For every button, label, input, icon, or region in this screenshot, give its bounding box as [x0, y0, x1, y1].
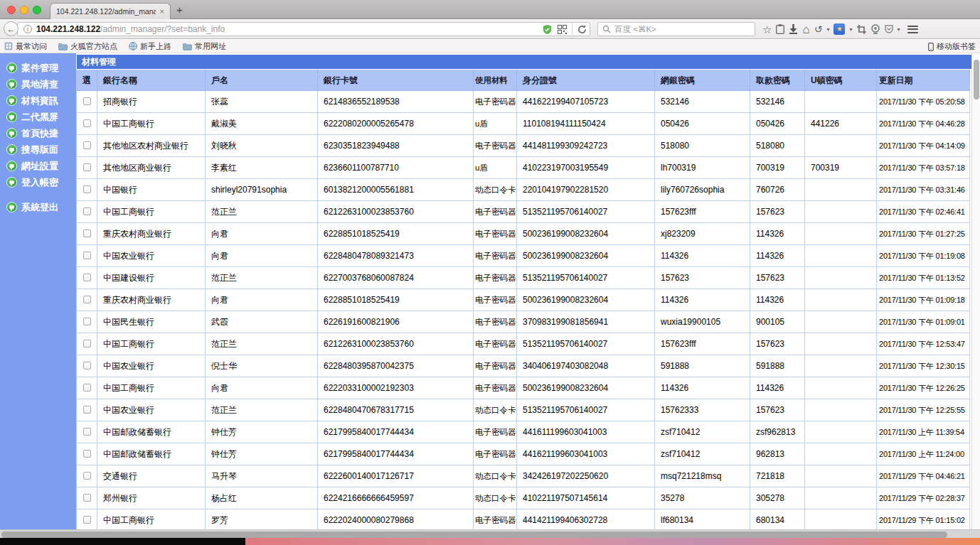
cell-bank: 中国农业银行 [97, 399, 206, 421]
row-checkbox[interactable] [83, 472, 91, 480]
bookmark-item[interactable]: 新手上路 [129, 41, 171, 52]
cell-card: 6222080200005265478 [318, 113, 474, 135]
new-tab-button[interactable]: + [176, 4, 183, 16]
row-checkbox[interactable] [83, 494, 91, 502]
mobile-bookmarks-item[interactable]: 移动版书签 [928, 40, 976, 53]
cell-card: 6217995840017744434 [318, 443, 474, 465]
proxy-extension-icon[interactable] [558, 25, 567, 34]
checkbox-cell [76, 355, 97, 377]
sidebar-item-7[interactable]: 網址設置 [0, 158, 76, 174]
bookmark-item[interactable]: 火狐官方站点 [58, 41, 117, 52]
sync-history-caret-icon[interactable]: ▾ [826, 26, 829, 33]
reading-list-icon[interactable] [776, 24, 784, 34]
pocket-icon[interactable] [885, 25, 893, 33]
shield-extension-icon[interactable] [542, 24, 553, 35]
cell-card: 6228851018525419 [318, 223, 474, 245]
cell-updated: 2017/11/30 下午 01:27:25 [877, 223, 970, 245]
row-checkbox[interactable] [83, 516, 91, 524]
cell-bank: 中国工商银行 [97, 509, 206, 531]
screenshot-crop-icon[interactable] [857, 25, 866, 34]
cell-updated: 2017/11/29 下午 02:28:37 [877, 487, 970, 509]
checkbox-cell [76, 399, 97, 421]
row-checkbox[interactable] [83, 141, 91, 149]
table-row: 中国邮政储蓄银行钟仕芳6217995840017744434电子密码器44162… [76, 443, 971, 465]
tab-close-icon[interactable]: × [160, 7, 164, 16]
overflow-caret-icon[interactable]: ▾ [898, 26, 900, 33]
window-close-button[interactable] [7, 6, 16, 14]
home-icon[interactable]: ⌂ [802, 23, 809, 36]
row-checkbox[interactable] [83, 163, 91, 171]
cell-holder: 范正兰 [206, 201, 318, 223]
sidebar-item-5[interactable]: 首頁快捷 [0, 125, 76, 141]
bookmark-star-icon[interactable]: ☆ [762, 24, 772, 35]
sidebar-item-2[interactable]: 異地清查 [0, 76, 76, 92]
row-checkbox[interactable] [83, 119, 91, 127]
cell-bank: 中国工商银行 [97, 201, 206, 223]
sidebar-item-8[interactable]: 登入帳密 [0, 174, 76, 190]
row-checkbox[interactable] [83, 274, 91, 281]
checkbox-cell [76, 509, 97, 531]
sidebar-logout[interactable]: 系統登出 [0, 199, 76, 215]
cell-card: 6224216666666459597 [318, 487, 474, 509]
cell-id_no: 500236199008232604 [517, 223, 655, 245]
cell-net_pw: 15762333 [655, 399, 750, 421]
cell-net_pw: wuxia19900105 [655, 311, 750, 333]
downloads-icon[interactable] [789, 24, 798, 34]
row-checkbox[interactable] [83, 384, 91, 392]
browser-window: 104.221.248.122/admin_manager × + ← i 10… [0, 0, 980, 545]
cell-card: 6228480395870042375 [318, 355, 474, 377]
page-info-icon[interactable]: i [23, 25, 32, 33]
webcam-icon[interactable] [870, 24, 880, 34]
row-checkbox[interactable] [83, 97, 91, 105]
table-body: 招商银行张蕊6214836552189538电子密码器4416221994071… [76, 91, 971, 538]
bookmarks-menu-icon[interactable]: ★ [833, 23, 845, 35]
search-input[interactable]: 百度 <⌘K> [597, 22, 755, 36]
cell-bank: 中国民生银行 [97, 311, 206, 333]
cell-material: 电子密码器 [474, 355, 517, 377]
row-checkbox[interactable] [83, 207, 91, 215]
row-checkbox[interactable] [83, 318, 91, 325]
sidebar-item-3[interactable]: 材料資訊 [0, 92, 76, 109]
reload-icon[interactable] [577, 25, 587, 34]
bookmark-item[interactable]: 常用网址 [183, 41, 226, 52]
sidebar-item-label: 案件管理 [21, 62, 58, 75]
sidebar-item-4[interactable]: 二代黑屏 [0, 109, 76, 125]
back-button[interactable]: ← [4, 21, 18, 36]
bookmark-item[interactable]: 最常访问 [4, 41, 47, 52]
sync-history-icon[interactable]: ↺ [814, 24, 823, 34]
row-checkbox[interactable] [83, 450, 91, 458]
cell-net_pw: 591888 [655, 355, 750, 377]
row-checkbox[interactable] [83, 406, 91, 414]
sidebar-item-6[interactable]: 搜尋版面 [0, 141, 76, 158]
cell-material: 电子密码器 [474, 201, 517, 223]
row-checkbox[interactable] [83, 296, 91, 303]
cell-material: 电子密码器 [474, 377, 517, 399]
vertical-scrollbar-thumb[interactable] [974, 60, 979, 99]
horizontal-scrollbar-thumb[interactable] [1, 531, 947, 538]
row-checkbox[interactable] [83, 185, 91, 193]
comment-bubble-icon [6, 112, 17, 122]
table-row: 交通银行马升琴6222600140017126717动态口令卡342426197… [76, 465, 971, 487]
sidebar: 案件管理異地清查材料資訊二代黑屏首頁快捷搜尋版面網址設置登入帳密系統登出 [0, 53, 76, 538]
menu-hamburger-icon[interactable] [907, 26, 918, 33]
cell-id_no: 441621199603041003 [517, 443, 655, 465]
url-bar[interactable]: i 104.221.248.122/admin_manager/?set=ban… [17, 22, 590, 36]
browser-tab[interactable]: 104.221.248.122/admin_manager × [50, 3, 171, 19]
row-checkbox[interactable] [83, 362, 91, 369]
row-checkbox[interactable] [83, 252, 91, 259]
bookmarks-caret-icon[interactable]: ▾ [849, 26, 852, 33]
cell-draw_pw: zsf962813 [750, 421, 805, 443]
table-row: 招商银行张蕊6214836552189538电子密码器4416221994071… [76, 91, 971, 113]
window-zoom-button[interactable] [33, 6, 41, 14]
row-checkbox[interactable] [83, 230, 91, 237]
vertical-scrollbar[interactable] [971, 53, 980, 529]
row-checkbox[interactable] [83, 340, 91, 347]
window-minimize-button[interactable] [20, 6, 28, 14]
cell-id_no: 342426197202250620 [517, 465, 655, 487]
cell-card: 6217995840017744434 [318, 421, 474, 443]
row-checkbox[interactable] [83, 428, 91, 436]
sidebar-item-1[interactable]: 案件管理 [0, 60, 76, 76]
horizontal-scrollbar[interactable] [0, 529, 980, 538]
cell-net_pw: 35278 [655, 487, 750, 509]
cell-ushield_pw [805, 201, 877, 223]
